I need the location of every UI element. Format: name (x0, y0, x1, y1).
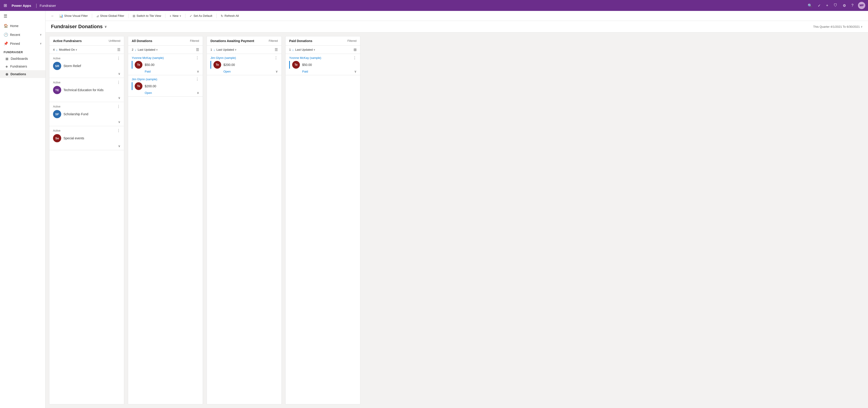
sidebar-item-pinned[interactable]: 📌 Pinned ∨ (0, 39, 45, 48)
date-range-selector[interactable]: This Quarter 4/1/2021 To 6/30/2021 ∨ (813, 25, 863, 28)
kanban-column-active-fundraisers: Active Fundraisers Unfiltered 4 ↓ Modifi… (49, 36, 124, 404)
donor-name-link[interactable]: Yvonne McKay (sample) (289, 56, 321, 60)
card-expand-chevron-icon[interactable]: ∨ (118, 120, 120, 124)
card-more-icon[interactable]: ⋮ (195, 56, 199, 60)
avatar: Te (292, 61, 300, 69)
card-status: Active ⋮ (53, 128, 120, 133)
card-status: Active ⋮ (53, 80, 120, 84)
fundraisers-icon: ◈ (5, 65, 8, 68)
card-name: Storm Relief (63, 64, 81, 68)
back-button[interactable]: ← (49, 13, 56, 19)
view-toggle-icon[interactable]: ☰ (196, 47, 199, 52)
card-expand-chevron-icon[interactable]: ∨ (118, 144, 120, 148)
sort-left: 4 ↓ Modified On ∨ (53, 48, 77, 52)
page-title-dropdown[interactable]: Fundraiser Donations ∨ (51, 24, 107, 30)
card-more-icon[interactable]: ⋮ (195, 77, 199, 81)
search-icon[interactable]: 🔍 (807, 2, 813, 9)
sidebar-item-recent[interactable]: 🕐 Recent ∨ (0, 30, 45, 39)
sort-field-button[interactable]: Last Updated ∨ (138, 48, 157, 52)
donation-expand-chevron-icon[interactable]: ∨ (197, 91, 199, 95)
tile-view-icon: ⊞ (133, 14, 135, 18)
sort-arrow-icon[interactable]: ↓ (56, 48, 58, 52)
table-row[interactable]: Jim Glynn (sample) ⋮ Te $200.00 Open ∨ (128, 75, 203, 97)
table-row[interactable]: Jim Glynn (sample) ⋮ Te $200.00 Open ∨ (207, 54, 281, 75)
column-title: Active Fundraisers (53, 39, 82, 43)
card-body: SR Storm Relief (53, 62, 120, 70)
user-avatar[interactable]: MP (858, 2, 865, 9)
donation-expand-chevron-icon[interactable]: ∨ (197, 70, 199, 73)
donation-amount: $200.00 (145, 84, 156, 88)
avatar: SF (53, 110, 61, 118)
hamburger-menu[interactable]: ☰ (0, 11, 45, 21)
column-title: All Donations (132, 39, 152, 43)
donation-expand-chevron-icon[interactable]: ∨ (276, 70, 278, 73)
help-icon[interactable]: ? (850, 2, 854, 8)
donation-status[interactable]: Open (223, 70, 231, 73)
donation-status[interactable]: Open (145, 91, 152, 95)
table-row[interactable]: Active ⋮ SF Scholarship Fund ∨ (50, 102, 124, 126)
refresh-all-button[interactable]: ↻ Refresh All (218, 13, 241, 19)
donation-status[interactable]: Paid (302, 70, 308, 73)
table-row[interactable]: Active ⋮ TE Technical Education for Kids… (50, 78, 124, 102)
card-name: Special events (63, 136, 84, 140)
donation-expand-chevron-icon[interactable]: ∨ (354, 70, 356, 73)
show-visual-filter-button[interactable]: 📊 Show Visual Filter (57, 13, 90, 19)
app-name: Power Apps (10, 4, 33, 7)
card-more-icon[interactable]: ⋮ (117, 128, 120, 133)
sort-arrow-icon[interactable]: ↓ (292, 48, 294, 52)
show-global-filter-button[interactable]: ⊿ Show Global Filter (94, 13, 126, 19)
plus-icon[interactable]: + (825, 2, 829, 8)
view-toggle-icon[interactable]: ☰ (117, 47, 120, 52)
donation-body: Te $50.00 (132, 61, 199, 69)
donation-header: Jim Glynn (sample) ⋮ (132, 77, 199, 81)
avatar: SR (53, 62, 61, 70)
donor-name-link[interactable]: Jim Glynn (sample) (211, 56, 236, 60)
sidebar-item-donations[interactable]: ◉ Donations (0, 70, 45, 78)
recent-icon: 🕐 (4, 33, 8, 37)
view-toggle-icon[interactable]: ⊞ (353, 47, 356, 52)
table-row[interactable]: Yvonne McKay (sample) ⋮ Te $50.00 Paid ∨ (128, 54, 203, 75)
donation-amount: $50.00 (145, 63, 154, 67)
card-more-icon[interactable]: ⋮ (117, 56, 120, 61)
check-circle-icon[interactable]: ✓ (817, 2, 822, 9)
sort-field-button[interactable]: Last Updated ∨ (216, 48, 236, 52)
new-button[interactable]: + New ∨ (167, 13, 183, 19)
column-header-donations-awaiting: Donations Awaiting Payment Filtered (207, 36, 281, 46)
sidebar-item-home[interactable]: 🏠 Home (0, 21, 45, 30)
donor-name-link[interactable]: Yvonne McKay (sample) (132, 56, 164, 60)
card-status: Active ⋮ (53, 56, 120, 61)
donor-name-link[interactable]: Jim Glynn (sample) (132, 77, 157, 81)
card-more-icon[interactable]: ⋮ (117, 80, 120, 84)
sort-arrow-icon[interactable]: ↓ (213, 48, 215, 52)
toolbar-separator-2 (128, 14, 129, 18)
card-more-icon[interactable]: ⋮ (353, 56, 356, 60)
donation-body: Te $200.00 (211, 61, 278, 69)
sort-arrow-icon[interactable]: ↓ (135, 48, 136, 52)
sort-field-button[interactable]: Last Updated ∨ (295, 48, 315, 52)
card-expand-chevron-icon[interactable]: ∨ (118, 96, 120, 100)
card-name: Technical Education for Kids (63, 88, 103, 92)
card-footer: ∨ (53, 144, 120, 148)
sidebar-item-fundraisers[interactable]: ◈ Fundraisers (0, 63, 45, 70)
view-toggle-icon[interactable]: ☰ (275, 47, 278, 52)
settings-icon[interactable]: ⚙ (842, 2, 847, 9)
card-more-icon[interactable]: ⋮ (117, 104, 120, 109)
toolbar: ← 📊 Show Visual Filter ⊿ Show Global Fil… (45, 11, 868, 21)
card-more-icon[interactable]: ⋮ (274, 56, 278, 60)
grid-menu-icon[interactable]: ⊞ (3, 2, 8, 9)
set-as-default-button[interactable]: ✓ Set As Default (187, 13, 214, 19)
switch-to-tile-view-button[interactable]: ⊞ Switch to Tile View (130, 13, 163, 19)
kanban-board: Active Fundraisers Unfiltered 4 ↓ Modifi… (45, 33, 868, 408)
table-row[interactable]: Active ⋮ SR Storm Relief ∨ (50, 54, 124, 78)
sort-field-button[interactable]: Modified On ∨ (59, 48, 77, 52)
table-row[interactable]: Active ⋮ Se Special events ∨ (50, 126, 124, 150)
donation-status[interactable]: Paid (145, 70, 151, 73)
table-row[interactable]: Yvonne McKay (sample) ⋮ Te $50.00 Paid ∨ (285, 54, 360, 75)
sidebar-item-dashboards[interactable]: ▦ Dashboards (0, 55, 45, 63)
donation-footer: Paid ∨ (132, 70, 199, 73)
pinned-icon: 📌 (4, 41, 8, 46)
card-expand-chevron-icon[interactable]: ∨ (118, 72, 120, 75)
toolbar-separator-5 (216, 14, 217, 18)
filter-icon[interactable]: ⛉ (833, 2, 838, 8)
sort-count: 1 (289, 48, 291, 52)
